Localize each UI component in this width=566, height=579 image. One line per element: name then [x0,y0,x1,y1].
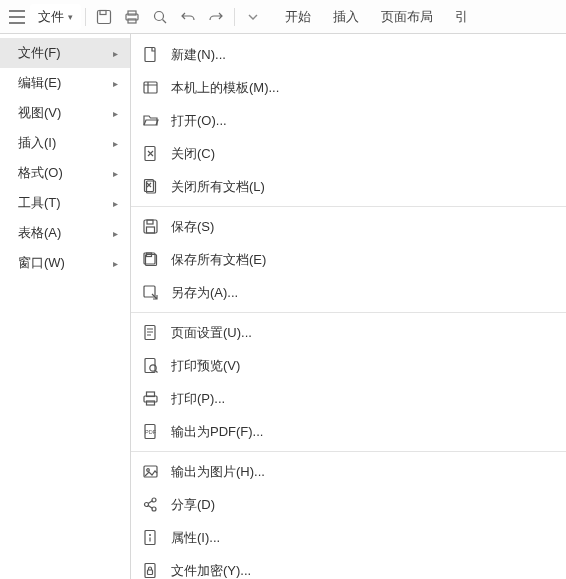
svg-rect-7 [144,82,157,93]
svg-text:PDF: PDF [145,429,157,435]
side-menu-item-3[interactable]: 插入(I)▸ [0,128,130,158]
chevron-right-icon: ▸ [113,198,118,209]
svg-rect-34 [147,570,152,575]
side-menu-label: 窗口(W) [18,254,65,272]
chevron-right-icon: ▸ [113,228,118,239]
svg-rect-6 [145,48,155,62]
side-menu-label: 插入(I) [18,134,56,152]
svg-point-32 [149,534,151,536]
submenu-label: 新建(N)... [171,46,226,64]
side-menu-item-1[interactable]: 编辑(E)▸ [0,68,130,98]
chevron-right-icon: ▸ [113,48,118,59]
submenu-item-group3-1[interactable]: 打印预览(V) [131,349,566,382]
undo-toolbar-icon[interactable] [174,4,202,30]
svg-rect-13 [146,227,154,233]
toolbar-chevron-icon[interactable] [239,4,267,30]
page-setup-icon [141,324,159,342]
chevron-right-icon: ▸ [113,138,118,149]
submenu-label: 属性(I)... [171,529,220,547]
side-menu-item-7[interactable]: 窗口(W)▸ [0,248,130,278]
submenu-label: 本机上的模板(M)... [171,79,279,97]
submenu-item-group1-4[interactable]: 关闭所有文档(L) [131,170,566,203]
side-menu-label: 视图(V) [18,104,61,122]
side-menu-label: 表格(A) [18,224,61,242]
submenu-item-group4-3[interactable]: 文件加密(Y)... [131,554,566,579]
svg-point-27 [146,469,149,472]
side-menu-label: 编辑(E) [18,74,61,92]
encrypt-icon [141,562,159,580]
submenu-label: 保存所有文档(E) [171,251,266,269]
image-icon [141,463,159,481]
close-icon [141,145,159,163]
submenu-item-group3-2[interactable]: 打印(P)... [131,382,566,415]
side-menu-label: 工具(T) [18,194,61,212]
file-button-label: 文件 [38,8,64,26]
toolbar: 文件 ▾ 开始 插入 [0,0,566,34]
properties-icon [141,529,159,547]
chevron-down-icon: ▾ [68,12,73,22]
submenu-label: 分享(D) [171,496,215,514]
template-icon [141,79,159,97]
submenu-item-group1-0[interactable]: 新建(N)... [131,38,566,71]
submenu-item-group2-0[interactable]: 保存(S) [131,210,566,243]
save-as-icon [141,284,159,302]
side-menu-label: 格式(O) [18,164,63,182]
submenu-label: 打开(O)... [171,112,227,130]
toolbar-separator [85,8,86,26]
save-all-icon [141,251,159,269]
submenu-item-group4-1[interactable]: 分享(D) [131,488,566,521]
submenu-item-group1-2[interactable]: 打开(O)... [131,104,566,137]
submenu-label: 打印预览(V) [171,357,240,375]
submenu-label: 关闭(C) [171,145,215,163]
print-icon [141,390,159,408]
side-menu-item-0[interactable]: 文件(F)▸ [0,38,130,68]
submenu-label: 另存为(A)... [171,284,238,302]
open-icon [141,112,159,130]
submenu-label: 页面设置(U)... [171,324,252,342]
submenu-separator [131,451,566,452]
print-toolbar-icon[interactable] [118,4,146,30]
share-icon [141,496,159,514]
ribbon-tabs: 开始 插入 页面布局 引 [285,8,468,26]
chevron-right-icon: ▸ [113,258,118,269]
submenu-label: 保存(S) [171,218,214,236]
submenu-item-group3-0[interactable]: 页面设置(U)... [131,316,566,349]
submenu-item-group3-3[interactable]: PDF输出为PDF(F)... [131,415,566,448]
chevron-right-icon: ▸ [113,108,118,119]
submenu-item-group2-2[interactable]: 另存为(A)... [131,276,566,309]
submenu-item-group4-0[interactable]: 输出为图片(H)... [131,455,566,488]
svg-point-29 [152,498,156,502]
menu-icon[interactable] [4,4,30,30]
submenu-separator [131,312,566,313]
side-menu-label: 文件(F) [18,44,61,62]
side-menu: 文件(F)▸编辑(E)▸视图(V)▸插入(I)▸格式(O)▸工具(T)▸表格(A… [0,34,130,579]
toolbar-separator-2 [234,8,235,26]
submenu-item-group1-3[interactable]: 关闭(C) [131,137,566,170]
svg-point-30 [152,507,156,511]
save-icon [141,218,159,236]
submenu-label: 打印(P)... [171,390,225,408]
tab-insert[interactable]: 插入 [333,8,359,26]
preview-toolbar-icon[interactable] [146,4,174,30]
redo-toolbar-icon[interactable] [202,4,230,30]
side-menu-item-4[interactable]: 格式(O)▸ [0,158,130,188]
svg-point-28 [144,503,148,507]
svg-rect-19 [145,359,155,373]
tab-start[interactable]: 开始 [285,8,311,26]
side-menu-item-6[interactable]: 表格(A)▸ [0,218,130,248]
new-doc-icon [141,46,159,64]
file-button[interactable]: 文件 ▾ [30,4,81,30]
tab-page-layout[interactable]: 页面布局 [381,8,433,26]
save-toolbar-icon[interactable] [90,4,118,30]
submenu-item-group2-1[interactable]: 保存所有文档(E) [131,243,566,276]
submenu-separator [131,206,566,207]
submenu-item-group4-2[interactable]: 属性(I)... [131,521,566,554]
tab-reference[interactable]: 引 [455,8,468,26]
side-menu-item-2[interactable]: 视图(V)▸ [0,98,130,128]
side-menu-item-5[interactable]: 工具(T)▸ [0,188,130,218]
pdf-icon: PDF [141,423,159,441]
svg-rect-1 [100,10,106,14]
chevron-right-icon: ▸ [113,168,118,179]
svg-point-5 [155,11,164,20]
submenu-item-group1-1[interactable]: 本机上的模板(M)... [131,71,566,104]
